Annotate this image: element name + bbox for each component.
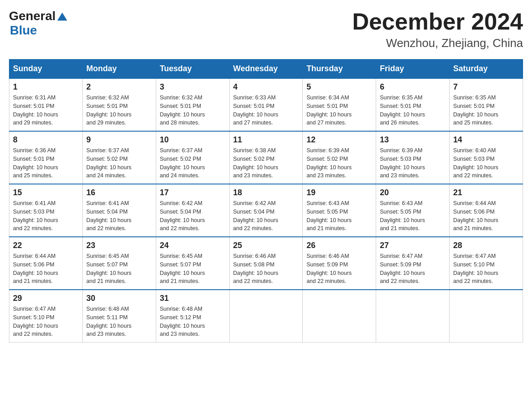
weekday-header-thursday: Thursday [303,60,376,79]
day-cell-23: 23 Sunrise: 6:45 AM Sunset: 5:07 PM Dayl… [82,237,156,290]
day-info: Sunrise: 6:32 AM Sunset: 5:01 PM Dayligh… [86,94,152,127]
empty-cell [229,290,303,342]
weekday-header-saturday: Saturday [450,60,523,79]
day-number: 10 [160,135,226,145]
day-info: Sunrise: 6:47 AM Sunset: 5:10 PM Dayligh… [453,252,519,286]
day-number: 27 [380,241,446,250]
logo-triangle-icon [57,12,67,21]
day-info: Sunrise: 6:33 AM Sunset: 5:01 PM Dayligh… [233,94,299,127]
day-info: Sunrise: 6:48 AM Sunset: 5:12 PM Dayligh… [160,305,226,338]
day-info: Sunrise: 6:36 AM Sunset: 5:01 PM Dayligh… [13,146,79,180]
week-row-2: 8 Sunrise: 6:36 AM Sunset: 5:01 PM Dayli… [9,131,523,184]
day-cell-15: 15 Sunrise: 6:41 AM Sunset: 5:03 PM Dayl… [9,184,83,237]
day-number: 17 [160,188,226,197]
title-section: December 2024 Wenzhou, Zhejiang, China [352,9,523,50]
day-number: 28 [453,241,519,250]
day-cell-24: 24 Sunrise: 6:45 AM Sunset: 5:07 PM Dayl… [156,237,229,290]
day-cell-10: 10 Sunrise: 6:37 AM Sunset: 5:02 PM Dayl… [156,131,229,184]
day-number: 23 [86,241,152,250]
day-cell-19: 19 Sunrise: 6:43 AM Sunset: 5:05 PM Dayl… [303,184,376,237]
day-cell-22: 22 Sunrise: 6:44 AM Sunset: 5:06 PM Dayl… [9,237,83,290]
day-number: 5 [306,82,372,92]
day-cell-17: 17 Sunrise: 6:42 AM Sunset: 5:04 PM Dayl… [156,184,229,237]
day-cell-20: 20 Sunrise: 6:43 AM Sunset: 5:05 PM Dayl… [376,184,450,237]
day-cell-12: 12 Sunrise: 6:39 AM Sunset: 5:02 PM Dayl… [303,131,376,184]
day-info: Sunrise: 6:47 AM Sunset: 5:10 PM Dayligh… [13,305,79,338]
day-cell-25: 25 Sunrise: 6:46 AM Sunset: 5:08 PM Dayl… [229,237,303,290]
day-cell-31: 31 Sunrise: 6:48 AM Sunset: 5:12 PM Dayl… [156,290,229,342]
day-info: Sunrise: 6:45 AM Sunset: 5:07 PM Dayligh… [86,252,152,286]
day-cell-18: 18 Sunrise: 6:42 AM Sunset: 5:04 PM Dayl… [229,184,303,237]
day-info: Sunrise: 6:34 AM Sunset: 5:01 PM Dayligh… [306,94,372,127]
day-cell-13: 13 Sunrise: 6:39 AM Sunset: 5:03 PM Dayl… [376,131,450,184]
day-cell-2: 2 Sunrise: 6:32 AM Sunset: 5:01 PM Dayli… [82,78,156,131]
day-info: Sunrise: 6:39 AM Sunset: 5:03 PM Dayligh… [380,146,446,180]
weekday-header-tuesday: Tuesday [156,60,229,79]
day-info: Sunrise: 6:46 AM Sunset: 5:08 PM Dayligh… [233,252,299,286]
week-row-1: 1 Sunrise: 6:31 AM Sunset: 5:01 PM Dayli… [9,78,523,131]
day-number: 8 [13,135,79,145]
day-cell-8: 8 Sunrise: 6:36 AM Sunset: 5:01 PM Dayli… [9,131,83,184]
empty-cell [376,290,450,342]
day-info: Sunrise: 6:32 AM Sunset: 5:01 PM Dayligh… [160,94,226,127]
day-info: Sunrise: 6:37 AM Sunset: 5:02 PM Dayligh… [160,146,226,180]
day-number: 22 [13,241,79,250]
page-header: General Blue December 2024 Wenzhou, Zhej… [9,9,523,50]
day-cell-3: 3 Sunrise: 6:32 AM Sunset: 5:01 PM Dayli… [156,78,229,131]
day-cell-4: 4 Sunrise: 6:33 AM Sunset: 5:01 PM Dayli… [229,78,303,131]
day-number: 13 [380,135,446,145]
day-info: Sunrise: 6:41 AM Sunset: 5:03 PM Dayligh… [13,199,79,233]
calendar-table: SundayMondayTuesdayWednesdayThursdayFrid… [9,59,523,342]
day-number: 12 [306,135,372,145]
logo: General Blue [9,9,67,38]
day-cell-26: 26 Sunrise: 6:46 AM Sunset: 5:09 PM Dayl… [303,237,376,290]
day-info: Sunrise: 6:39 AM Sunset: 5:02 PM Dayligh… [306,146,372,180]
empty-cell [303,290,376,342]
day-info: Sunrise: 6:37 AM Sunset: 5:02 PM Dayligh… [86,146,152,180]
day-number: 29 [13,294,79,303]
day-cell-5: 5 Sunrise: 6:34 AM Sunset: 5:01 PM Dayli… [303,78,376,131]
day-number: 16 [86,188,152,197]
day-number: 15 [13,188,79,197]
day-number: 19 [306,188,372,197]
weekday-header-friday: Friday [376,60,450,79]
day-info: Sunrise: 6:35 AM Sunset: 5:01 PM Dayligh… [453,94,519,127]
day-info: Sunrise: 6:42 AM Sunset: 5:04 PM Dayligh… [233,199,299,233]
weekday-header-monday: Monday [82,60,156,79]
day-cell-21: 21 Sunrise: 6:44 AM Sunset: 5:06 PM Dayl… [450,184,523,237]
day-number: 9 [86,135,152,145]
day-cell-16: 16 Sunrise: 6:41 AM Sunset: 5:04 PM Dayl… [82,184,156,237]
day-info: Sunrise: 6:43 AM Sunset: 5:05 PM Dayligh… [306,199,372,233]
weekday-header-row: SundayMondayTuesdayWednesdayThursdayFrid… [9,60,523,79]
week-row-4: 22 Sunrise: 6:44 AM Sunset: 5:06 PM Dayl… [9,237,523,290]
day-cell-30: 30 Sunrise: 6:48 AM Sunset: 5:11 PM Dayl… [82,290,156,342]
day-info: Sunrise: 6:48 AM Sunset: 5:11 PM Dayligh… [86,305,152,338]
day-info: Sunrise: 6:44 AM Sunset: 5:06 PM Dayligh… [13,252,79,286]
day-info: Sunrise: 6:38 AM Sunset: 5:02 PM Dayligh… [233,146,299,180]
day-info: Sunrise: 6:42 AM Sunset: 5:04 PM Dayligh… [160,199,226,233]
logo-general-text: General [9,9,56,23]
day-info: Sunrise: 6:45 AM Sunset: 5:07 PM Dayligh… [160,252,226,286]
day-info: Sunrise: 6:41 AM Sunset: 5:04 PM Dayligh… [86,199,152,233]
empty-cell [450,290,523,342]
day-number: 14 [453,135,519,145]
day-info: Sunrise: 6:44 AM Sunset: 5:06 PM Dayligh… [453,199,519,233]
weekday-header-sunday: Sunday [9,60,83,79]
logo-blue-text: Blue [10,23,37,37]
day-info: Sunrise: 6:46 AM Sunset: 5:09 PM Dayligh… [306,252,372,286]
day-info: Sunrise: 6:43 AM Sunset: 5:05 PM Dayligh… [380,199,446,233]
day-number: 4 [233,82,299,92]
day-number: 7 [453,82,519,92]
day-number: 20 [380,188,446,197]
day-number: 1 [13,82,79,92]
calendar-subtitle: Wenzhou, Zhejiang, China [352,36,523,50]
day-cell-11: 11 Sunrise: 6:38 AM Sunset: 5:02 PM Dayl… [229,131,303,184]
weekday-header-wednesday: Wednesday [229,60,303,79]
day-number: 24 [160,241,226,250]
day-number: 18 [233,188,299,197]
week-row-5: 29 Sunrise: 6:47 AM Sunset: 5:10 PM Dayl… [9,290,523,342]
day-number: 25 [233,241,299,250]
day-number: 6 [380,82,446,92]
day-number: 11 [233,135,299,145]
day-number: 2 [86,82,152,92]
